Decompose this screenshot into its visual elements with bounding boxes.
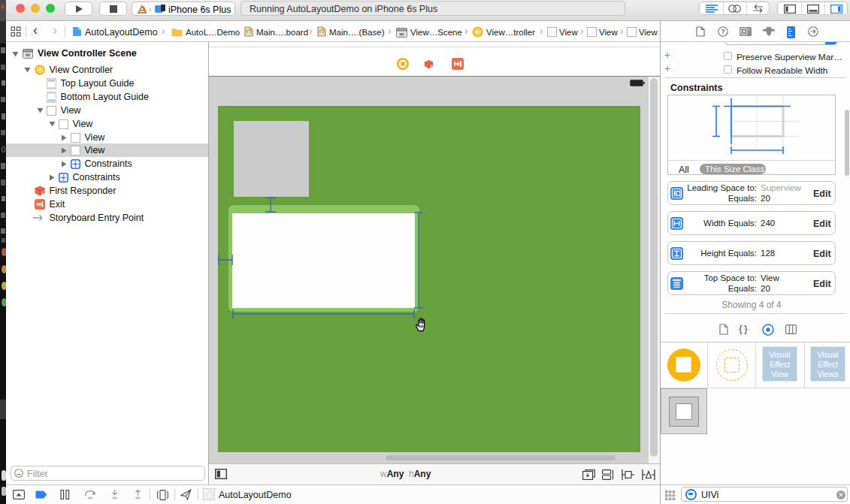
svg-text:1: 1 xyxy=(431,65,433,68)
svg-text:?: ? xyxy=(721,28,724,35)
svg-text:1: 1 xyxy=(41,191,44,195)
